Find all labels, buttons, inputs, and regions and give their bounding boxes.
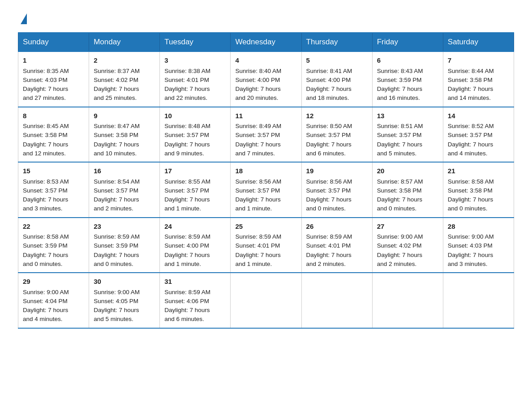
day-number: 29	[23, 277, 84, 287]
day-number: 26	[306, 222, 368, 232]
day-number: 13	[377, 111, 438, 121]
calendar-day-cell: 24Sunrise: 8:59 AMSunset: 4:00 PMDayligh…	[160, 218, 231, 273]
calendar-day-cell: 9Sunrise: 8:47 AMSunset: 3:58 PMDaylight…	[89, 107, 160, 163]
calendar-day-cell: 29Sunrise: 9:00 AMSunset: 4:04 PMDayligh…	[18, 273, 89, 328]
day-number: 18	[235, 166, 296, 176]
calendar-day-cell: 28Sunrise: 9:00 AMSunset: 4:03 PMDayligh…	[443, 218, 514, 273]
calendar-week-row: 15Sunrise: 8:53 AMSunset: 3:57 PMDayligh…	[18, 162, 514, 218]
logo-triangle-icon	[21, 13, 27, 24]
day-number: 5	[306, 56, 368, 66]
calendar-day-cell: 1Sunrise: 8:35 AMSunset: 4:03 PMDaylight…	[18, 51, 89, 107]
day-number: 16	[94, 166, 155, 176]
day-number: 14	[448, 111, 509, 121]
calendar-table: SundayMondayTuesdayWednesdayThursdayFrid…	[18, 32, 514, 329]
calendar-day-cell: 7Sunrise: 8:44 AMSunset: 3:58 PMDaylight…	[443, 51, 514, 107]
day-number: 21	[448, 166, 509, 176]
calendar-header-monday: Monday	[89, 33, 160, 51]
day-number: 2	[94, 56, 155, 66]
day-number: 4	[235, 56, 296, 66]
calendar-day-cell: 12Sunrise: 8:50 AMSunset: 3:57 PMDayligh…	[301, 107, 372, 163]
day-number: 22	[23, 222, 84, 232]
calendar-day-cell: 5Sunrise: 8:41 AMSunset: 4:00 PMDaylight…	[301, 51, 372, 107]
calendar-week-row: 1Sunrise: 8:35 AMSunset: 4:03 PMDaylight…	[18, 51, 514, 107]
calendar-day-cell	[231, 273, 301, 328]
calendar-header-wednesday: Wednesday	[231, 33, 301, 51]
calendar-day-cell	[372, 273, 443, 328]
day-number: 23	[94, 222, 155, 232]
calendar-day-cell: 6Sunrise: 8:43 AMSunset: 3:59 PMDaylight…	[372, 51, 443, 107]
day-number: 6	[377, 56, 438, 66]
day-number: 11	[235, 111, 296, 121]
calendar-day-cell: 22Sunrise: 8:58 AMSunset: 3:59 PMDayligh…	[18, 218, 89, 273]
day-number: 17	[164, 166, 226, 176]
day-number: 19	[306, 166, 368, 176]
calendar-day-cell: 8Sunrise: 8:45 AMSunset: 3:58 PMDaylight…	[18, 107, 89, 163]
calendar-day-cell: 16Sunrise: 8:54 AMSunset: 3:57 PMDayligh…	[89, 162, 160, 218]
day-number: 10	[164, 111, 226, 121]
calendar-day-cell: 4Sunrise: 8:40 AMSunset: 4:00 PMDaylight…	[231, 51, 301, 107]
calendar-day-cell: 14Sunrise: 8:52 AMSunset: 3:57 PMDayligh…	[443, 107, 514, 163]
calendar-day-cell: 2Sunrise: 8:37 AMSunset: 4:02 PMDaylight…	[89, 51, 160, 107]
calendar-day-cell: 13Sunrise: 8:51 AMSunset: 3:57 PMDayligh…	[372, 107, 443, 163]
calendar-day-cell: 15Sunrise: 8:53 AMSunset: 3:57 PMDayligh…	[18, 162, 89, 218]
calendar-day-cell: 17Sunrise: 8:55 AMSunset: 3:57 PMDayligh…	[160, 162, 231, 218]
day-number: 25	[235, 222, 296, 232]
calendar-week-row: 8Sunrise: 8:45 AMSunset: 3:58 PMDaylight…	[18, 107, 514, 163]
page-header	[18, 13, 514, 23]
calendar-day-cell: 20Sunrise: 8:57 AMSunset: 3:58 PMDayligh…	[372, 162, 443, 218]
calendar-day-cell: 25Sunrise: 8:59 AMSunset: 4:01 PMDayligh…	[231, 218, 301, 273]
calendar-day-cell: 23Sunrise: 8:59 AMSunset: 3:59 PMDayligh…	[89, 218, 160, 273]
day-number: 12	[306, 111, 368, 121]
day-number: 28	[448, 222, 509, 232]
calendar-day-cell: 27Sunrise: 9:00 AMSunset: 4:02 PMDayligh…	[372, 218, 443, 273]
day-number: 31	[164, 277, 226, 287]
calendar-week-row: 29Sunrise: 9:00 AMSunset: 4:04 PMDayligh…	[18, 273, 514, 328]
day-number: 24	[164, 222, 226, 232]
calendar-week-row: 22Sunrise: 8:58 AMSunset: 3:59 PMDayligh…	[18, 218, 514, 273]
day-number: 1	[23, 56, 84, 66]
calendar-header-row: SundayMondayTuesdayWednesdayThursdayFrid…	[18, 33, 514, 51]
calendar-day-cell: 3Sunrise: 8:38 AMSunset: 4:01 PMDaylight…	[160, 51, 231, 107]
day-number: 3	[164, 56, 226, 66]
calendar-day-cell: 11Sunrise: 8:49 AMSunset: 3:57 PMDayligh…	[231, 107, 301, 163]
calendar-header-saturday: Saturday	[443, 33, 514, 51]
logo	[18, 13, 30, 23]
calendar-day-cell: 21Sunrise: 8:58 AMSunset: 3:58 PMDayligh…	[443, 162, 514, 218]
day-number: 8	[23, 111, 84, 121]
calendar-day-cell: 10Sunrise: 8:48 AMSunset: 3:57 PMDayligh…	[160, 107, 231, 163]
day-number: 27	[377, 222, 438, 232]
calendar-day-cell: 19Sunrise: 8:56 AMSunset: 3:57 PMDayligh…	[301, 162, 372, 218]
day-number: 15	[23, 166, 84, 176]
calendar-day-cell	[301, 273, 372, 328]
calendar-day-cell: 30Sunrise: 9:00 AMSunset: 4:05 PMDayligh…	[89, 273, 160, 328]
day-number: 9	[94, 111, 155, 121]
calendar-header-thursday: Thursday	[301, 33, 372, 51]
day-number: 20	[377, 166, 438, 176]
calendar-day-cell: 31Sunrise: 8:59 AMSunset: 4:06 PMDayligh…	[160, 273, 231, 328]
calendar-header-tuesday: Tuesday	[160, 33, 231, 51]
calendar-day-cell	[443, 273, 514, 328]
calendar-day-cell: 26Sunrise: 8:59 AMSunset: 4:01 PMDayligh…	[301, 218, 372, 273]
calendar-header-sunday: Sunday	[18, 33, 89, 51]
day-number: 7	[448, 56, 509, 66]
calendar-day-cell: 18Sunrise: 8:56 AMSunset: 3:57 PMDayligh…	[231, 162, 301, 218]
calendar-header-friday: Friday	[372, 33, 443, 51]
day-number: 30	[94, 277, 155, 287]
